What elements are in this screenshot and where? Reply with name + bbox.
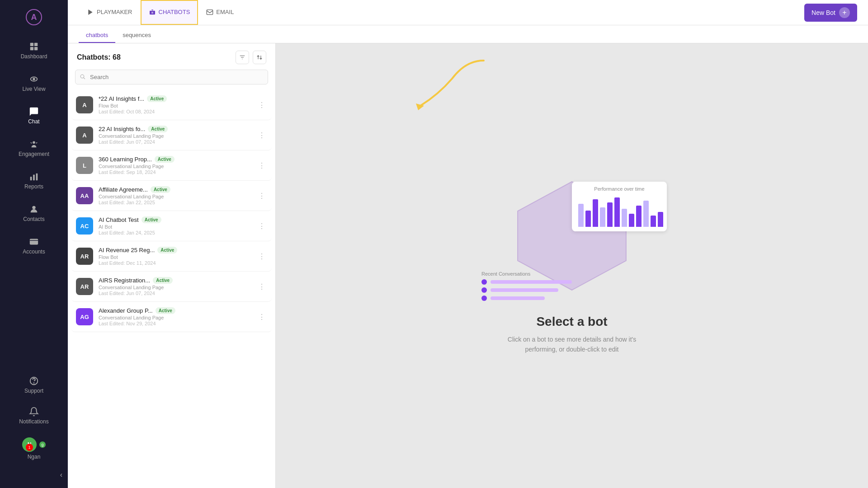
bot-type: Conversational Landing Page <box>99 133 251 139</box>
status-badge: Active <box>147 95 167 102</box>
g-avatar: g <box>39 441 46 448</box>
bot-menu-button[interactable]: ⋮ <box>256 129 267 141</box>
bot-date: Last Edited: Oct 08, 2024 <box>99 109 251 114</box>
bot-type: Flow Bot <box>99 254 251 260</box>
new-bot-button[interactable]: New Bot + <box>804 4 857 22</box>
bot-avatar: AA <box>76 187 93 204</box>
sidebar-item-label: Dashboard <box>21 53 47 60</box>
question-icon <box>29 376 39 386</box>
conv-bar <box>491 280 572 284</box>
content-area: Chatbots: 68 A *22 A <box>68 43 868 488</box>
search-box <box>75 70 268 84</box>
bot-avatar: A <box>76 96 93 113</box>
conv-bar <box>491 296 545 300</box>
sidebar-item-label: Engagement <box>19 151 49 157</box>
sidebar-item-support[interactable]: Support <box>0 371 68 399</box>
status-badge: Active <box>142 216 161 223</box>
bot-list-item[interactable]: AG Alexander Group P... Active Conversat… <box>71 302 272 332</box>
filter-button[interactable] <box>236 51 249 64</box>
svg-rect-2 <box>30 47 33 50</box>
chat-icon <box>29 107 39 117</box>
sidebar-item-dashboard[interactable]: Dashboard <box>0 36 68 65</box>
engagement-icon <box>29 139 39 149</box>
bar-chart <box>578 195 660 227</box>
tab-email[interactable]: EMAIL <box>198 0 242 25</box>
bot-list-item[interactable]: A *22 AI Insights f... Active Flow Bot L… <box>71 90 272 120</box>
bot-list: A *22 AI Insights f... Active Flow Bot L… <box>68 90 275 488</box>
chart-bar <box>614 197 620 227</box>
sidebar-item-chat[interactable]: Chat <box>0 101 68 130</box>
sidebar-item-contacts[interactable]: Contacts <box>0 199 68 228</box>
bot-menu-button[interactable]: ⋮ <box>256 281 267 293</box>
bot-date: Last Edited: Dec 11, 2024 <box>99 260 251 266</box>
bot-date: Last Edited: Jun 07, 2024 <box>99 291 251 296</box>
chart-bar <box>593 199 598 227</box>
sidebar-item-label: Accounts <box>23 249 45 255</box>
bot-name: Alexander Group P... <box>99 307 153 314</box>
conv-dot <box>481 287 487 293</box>
app-logo[interactable]: A <box>26 9 42 25</box>
search-input[interactable] <box>75 70 268 84</box>
bot-name-row: AIRS Registration... Active <box>99 277 251 284</box>
sidebar-item-label: Contacts <box>23 216 44 222</box>
conv-bar <box>491 288 558 292</box>
subtab-sequences[interactable]: sequences <box>115 32 158 43</box>
bot-menu-button[interactable]: ⋮ <box>256 220 267 232</box>
conv-row <box>481 296 572 301</box>
svg-rect-15 <box>150 10 155 14</box>
sidebar-item-engagement[interactable]: Engagement <box>0 134 68 163</box>
panel-actions <box>236 51 266 64</box>
bot-name: AI Revenue 25 Reg... <box>99 247 155 253</box>
sidebar-item-reports[interactable]: Reports <box>0 166 68 195</box>
bot-list-item[interactable]: AA Affiliate Agreeme... Active Conversat… <box>71 181 272 211</box>
bot-info: 360 Learning Prop... Active Conversation… <box>99 156 251 175</box>
bot-type: Conversational Landing Page <box>99 315 251 320</box>
bot-info: *22 AI Insights f... Active Flow Bot Las… <box>99 95 251 114</box>
sidebar-item-accounts[interactable]: Accounts <box>0 231 68 260</box>
conv-dot <box>481 296 487 301</box>
bot-list-item[interactable]: AR AI Revenue 25 Reg... Active Flow Bot … <box>71 241 272 272</box>
accounts-icon <box>29 237 39 247</box>
chart-bar <box>629 214 634 227</box>
bot-name: *22 AI Insights f... <box>99 95 144 102</box>
bell-icon <box>29 407 39 417</box>
play-icon <box>87 9 94 16</box>
eye-icon <box>29 74 39 84</box>
chart-bar <box>600 207 605 227</box>
tab-chatbots[interactable]: CHATBOTS <box>141 0 198 25</box>
sidebar-item-user[interactable]: N g 1 Ngan <box>0 432 68 465</box>
svg-marker-19 <box>416 103 424 110</box>
bot-menu-button[interactable]: ⋮ <box>256 190 267 202</box>
bot-menu-button[interactable]: ⋮ <box>256 99 267 111</box>
recent-conversations: Recent Conversations <box>481 271 572 304</box>
sidebar-item-label: Live View <box>22 86 45 92</box>
svg-rect-9 <box>36 174 38 181</box>
conv-row <box>481 287 572 293</box>
subtab-chatbots[interactable]: chatbots <box>79 32 115 43</box>
svg-rect-7 <box>30 177 32 180</box>
sidebar-collapse-button[interactable]: ‹ <box>0 471 68 479</box>
email-icon <box>206 9 213 16</box>
bot-date: Last Edited: Nov 29, 2024 <box>99 321 251 326</box>
bot-list-item[interactable]: A 22 AI Insights fo... Active Conversati… <box>71 120 272 150</box>
arrow-annotation <box>393 56 493 115</box>
bot-menu-button[interactable]: ⋮ <box>256 160 267 172</box>
bot-name-row: 360 Learning Prop... Active <box>99 156 251 163</box>
bot-menu-button[interactable]: ⋮ <box>256 311 267 323</box>
bot-avatar: AC <box>76 217 93 235</box>
bot-info: AI Chatbot Test Active AI Bot Last Edite… <box>99 216 251 235</box>
chart-bar <box>607 202 613 227</box>
bot-info: Alexander Group P... Active Conversation… <box>99 307 251 326</box>
sidebar-item-label: Chat <box>28 118 39 125</box>
bot-list-item[interactable]: AC AI Chatbot Test Active AI Bot Last Ed… <box>71 211 272 241</box>
sidebar-item-live-view[interactable]: Live View <box>0 69 68 98</box>
sidebar-item-label: Support <box>24 388 43 394</box>
bot-type: Conversational Landing Page <box>99 194 251 199</box>
tab-playmaker[interactable]: PLAYMAKER <box>79 0 141 25</box>
bot-list-item[interactable]: AR AIRS Registration... Active Conversat… <box>71 272 272 302</box>
sort-button[interactable] <box>253 51 266 64</box>
bot-list-item[interactable]: L 360 Learning Prop... Active Conversati… <box>71 150 272 181</box>
sidebar-item-notifications[interactable]: Notifications <box>0 401 68 430</box>
bot-menu-button[interactable]: ⋮ <box>256 250 267 263</box>
search-icon <box>80 74 85 81</box>
